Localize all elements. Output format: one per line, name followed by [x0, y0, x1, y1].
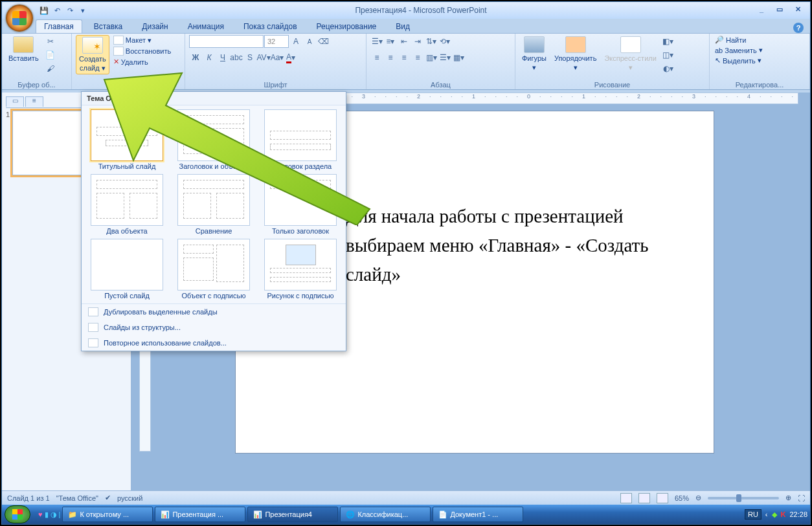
shapes-button[interactable]: Фигуры▾ — [519, 35, 549, 73]
text-direction-icon[interactable]: ⟲▾ — [438, 35, 451, 48]
strike-icon[interactable]: abc — [230, 51, 243, 64]
tab-review[interactable]: Рецензирование — [309, 20, 385, 33]
font-color-icon[interactable]: A▾ — [284, 51, 297, 64]
sorter-view-icon[interactable] — [638, 493, 650, 503]
bullets-icon[interactable]: ☰▾ — [370, 35, 383, 48]
tray-lang[interactable]: RU — [745, 509, 761, 520]
layout-title-slide[interactable]: Титульный слайд — [88, 109, 166, 170]
arrange-icon — [565, 36, 586, 53]
zoom-level[interactable]: 65% — [675, 494, 689, 502]
slides-from-outline-item[interactable]: Слайды из структуры... — [82, 320, 346, 335]
shape-effects-icon[interactable]: ◐▾ — [662, 62, 675, 75]
copy-icon[interactable]: 📄 — [44, 49, 57, 61]
maximize-button[interactable]: ▭ — [771, 5, 788, 16]
tab-view[interactable]: Вид — [388, 20, 418, 33]
tray-app2-icon[interactable]: ◑ — [51, 510, 57, 519]
tray-chevron-icon[interactable]: ‹ — [765, 510, 768, 518]
tab-animation[interactable]: Анимация — [180, 20, 232, 33]
layout-comparison[interactable]: Сравнение — [175, 174, 253, 235]
start-button[interactable] — [5, 505, 30, 523]
justify-icon[interactable]: ≡ — [411, 51, 424, 64]
status-lang[interactable]: русский — [117, 494, 142, 502]
layout-picture-caption[interactable]: Рисунок с подписью — [262, 239, 339, 300]
bold-icon[interactable]: Ж — [189, 51, 202, 64]
zoom-in-icon[interactable]: ⊕ — [785, 494, 791, 502]
layout-content-caption[interactable]: Объект с подписью — [175, 239, 253, 300]
outline-tab-icon[interactable]: ≡ — [25, 96, 43, 107]
align-center-icon[interactable]: ≡ — [384, 51, 397, 64]
shrink-font-icon[interactable]: A — [303, 35, 316, 48]
tab-insert[interactable]: Вставка — [86, 20, 131, 33]
italic-icon[interactable]: К — [203, 51, 216, 64]
line-spacing-icon[interactable]: ⇅▾ — [425, 35, 438, 48]
spellcheck-icon[interactable]: ✔ — [105, 494, 111, 502]
undo-icon[interactable]: ↶ — [51, 5, 63, 16]
indent-right-icon[interactable]: ⇥ — [411, 35, 424, 48]
slideshow-view-icon[interactable] — [657, 493, 668, 503]
arrange-button[interactable]: Упорядочить▾ — [552, 35, 599, 73]
close-button[interactable]: ✕ — [789, 5, 806, 16]
zoom-slider[interactable] — [708, 497, 779, 499]
shape-outline-icon[interactable]: ◫▾ — [662, 49, 675, 61]
paste-button[interactable]: Вставить — [6, 35, 41, 63]
reuse-slides-item[interactable]: Повторное использование слайдов... — [82, 335, 346, 351]
task-item-2[interactable]: 📊 Презентация ... — [155, 507, 245, 522]
fit-icon[interactable]: ⛶ — [798, 494, 805, 502]
tab-slideshow[interactable]: Показ слайдов — [236, 20, 305, 33]
duplicate-slides-item[interactable]: Дублировать выделенные слайды — [82, 304, 346, 320]
tray-k-icon[interactable]: K — [781, 510, 786, 518]
new-slide-button[interactable]: ✶ Создать слайд ▾ — [76, 35, 109, 74]
task-item-1[interactable]: 📁 К открытому ... — [62, 507, 153, 522]
save-icon[interactable]: 💾 — [38, 5, 50, 16]
office-button[interactable] — [6, 5, 33, 32]
delete-button[interactable]: ✕Удалить — [112, 57, 172, 67]
layout-button[interactable]: Макет ▾ — [112, 35, 172, 45]
help-icon[interactable]: ? — [793, 23, 804, 33]
layout-two-content[interactable]: Два объекта — [88, 174, 166, 235]
case-icon[interactable]: Aa▾ — [271, 51, 284, 64]
underline-icon[interactable]: Ч — [216, 51, 229, 64]
minimize-button[interactable]: _ — [753, 5, 770, 16]
quick-styles-button[interactable]: Экспресс-стили▾ — [602, 35, 659, 73]
clear-format-icon[interactable]: ⌫ — [317, 35, 330, 48]
layout-icon — [113, 36, 124, 45]
align-right-icon[interactable]: ≡ — [398, 51, 411, 64]
smartart-icon[interactable]: ▦▾ — [452, 51, 465, 64]
shadow-icon[interactable]: S — [243, 51, 256, 64]
tray-shield-icon[interactable]: ◆ — [772, 510, 777, 519]
align-left-icon[interactable]: ≡ — [370, 51, 383, 64]
tray-app-icon[interactable]: ▮ — [45, 510, 49, 519]
grow-font-icon[interactable]: A — [289, 35, 302, 48]
layout-section-header[interactable]: Заголовок раздела — [262, 109, 339, 170]
indent-left-icon[interactable]: ⇤ — [398, 35, 411, 48]
tray-heart-icon[interactable]: ♥ — [38, 510, 43, 518]
spacing-icon[interactable]: AV▾ — [257, 51, 270, 64]
font-size-select[interactable]: 32 — [264, 35, 289, 48]
reset-button[interactable]: Восстановить — [112, 46, 172, 56]
slides-tab-icon[interactable]: ▭ — [6, 96, 24, 107]
task-item-5[interactable]: 📄 Документ1 - ... — [433, 507, 523, 522]
format-painter-icon[interactable]: 🖌 — [44, 62, 57, 75]
numbering-icon[interactable]: ≡▾ — [384, 35, 397, 48]
tray-clock[interactable]: 22:28 — [789, 510, 807, 518]
layout-title-content[interactable]: Заголовок и объекты — [175, 109, 253, 170]
select-button[interactable]: ↖Выделить ▾ — [714, 56, 764, 65]
shape-fill-icon[interactable]: ◧▾ — [662, 35, 675, 48]
layout-title-only[interactable]: Только заголовок — [262, 174, 339, 235]
qat-more-icon[interactable]: ▾ — [77, 5, 89, 16]
align-text-icon[interactable]: ☰▾ — [438, 51, 451, 64]
redo-icon[interactable]: ↷ — [64, 5, 76, 16]
group-font: Шрифт — [189, 80, 362, 89]
task-item-4[interactable]: 🌐 Классификац... — [340, 507, 431, 522]
tab-home[interactable]: Главная — [36, 19, 82, 33]
find-button[interactable]: 🔎Найти — [714, 35, 764, 45]
normal-view-icon[interactable] — [620, 493, 632, 503]
columns-icon[interactable]: ▥▾ — [425, 51, 438, 64]
tab-design[interactable]: Дизайн — [134, 20, 175, 33]
cut-icon[interactable]: ✂ — [44, 35, 57, 48]
task-item-3[interactable]: 📊 Презентация4 — [247, 507, 338, 522]
font-family-select[interactable] — [189, 35, 264, 48]
replace-button[interactable]: abЗаменить ▾ — [714, 45, 764, 55]
zoom-out-icon[interactable]: ⊖ — [695, 494, 701, 502]
layout-blank[interactable]: Пустой слайд — [88, 239, 166, 300]
